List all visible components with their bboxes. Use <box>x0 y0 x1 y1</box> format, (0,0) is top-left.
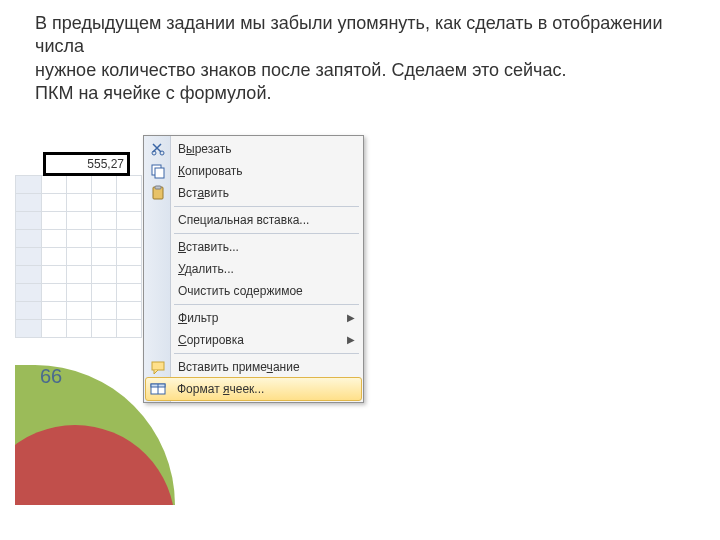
pie-data-label: 66 <box>40 365 62 388</box>
menu-item-paste[interactable]: Вставить <box>146 182 361 204</box>
menu-separator <box>174 233 359 234</box>
menu-item-cut[interactable]: Вырезать <box>146 138 361 160</box>
instruction-line1: В предыдущем задании мы забыли упомянуть… <box>35 13 662 56</box>
menu-item-clear-contents[interactable]: Очистить содержимое <box>146 280 361 302</box>
menu-separator <box>174 304 359 305</box>
cell-grid <box>15 175 142 338</box>
menu-item-paste-special[interactable]: Специальная вставка... <box>146 209 361 231</box>
chevron-right-icon: ▶ <box>347 307 355 329</box>
menu-label: Копировать <box>178 164 243 178</box>
menu-item-sort[interactable]: Сортировка ▶ <box>146 329 361 351</box>
menu-item-delete[interactable]: Удалить... <box>146 258 361 280</box>
menu-label: Вставить примечание <box>178 360 300 374</box>
menu-label: Формат ячеек... <box>177 382 264 396</box>
menu-item-filter[interactable]: Фильтр ▶ <box>146 307 361 329</box>
svg-point-1 <box>160 151 164 155</box>
instruction-line3: ПКМ на ячейке с формулой. <box>35 83 271 103</box>
paste-icon <box>150 185 166 201</box>
menu-label: Удалить... <box>178 262 234 276</box>
instruction-line2: нужное количество знаков после запятой. … <box>35 60 567 80</box>
menu-separator <box>174 206 359 207</box>
svg-rect-5 <box>155 186 161 189</box>
menu-label: Вставить <box>178 186 229 200</box>
menu-label: Очистить содержимое <box>178 284 303 298</box>
menu-item-insert[interactable]: Вставить... <box>146 236 361 258</box>
selected-cell[interactable]: 555,27 <box>43 152 130 176</box>
svg-rect-3 <box>155 168 164 178</box>
menu-label: Вырезать <box>178 142 231 156</box>
menu-label: Сортировка <box>178 333 244 347</box>
menu-label: Вставить... <box>178 240 239 254</box>
menu-item-insert-comment[interactable]: Вставить примечание <box>146 356 361 378</box>
context-menu: Вырезать Копировать Вставить Специальная… <box>143 135 364 403</box>
menu-label: Фильтр <box>178 311 218 325</box>
menu-separator <box>174 353 359 354</box>
copy-icon <box>150 163 166 179</box>
menu-item-format-cells[interactable]: Формат ячеек... <box>145 377 362 401</box>
menu-item-copy[interactable]: Копировать <box>146 160 361 182</box>
chevron-right-icon: ▶ <box>347 329 355 351</box>
scissors-icon <box>150 141 166 157</box>
menu-label: Специальная вставка... <box>178 213 309 227</box>
instruction-text: В предыдущем задании мы забыли упомянуть… <box>0 0 720 106</box>
svg-rect-6 <box>152 362 164 370</box>
format-cells-icon <box>150 381 166 397</box>
comment-icon <box>150 359 166 375</box>
